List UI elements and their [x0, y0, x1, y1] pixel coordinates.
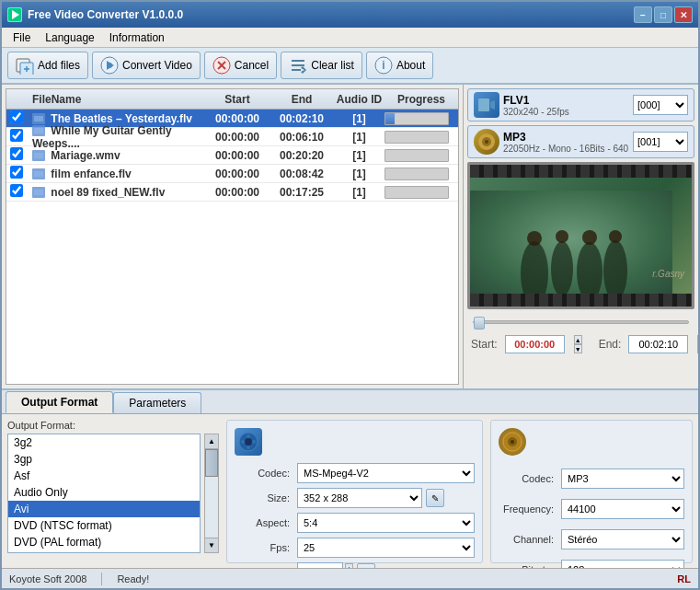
row-end-0: 00:02:10 — [270, 112, 334, 125]
scroll-down-button[interactable]: ▼ — [205, 538, 218, 552]
svg-marker-29 — [490, 100, 495, 110]
col-header-progress: Progress — [384, 93, 458, 106]
progress-bar-fill-0 — [385, 113, 395, 124]
title-bar: Free Video Converter V1.0.0.0 − □ ✕ — [2, 2, 698, 28]
output-format-panel: Output Format: 3g23gpAsfAudio OnlyAviDVD… — [7, 420, 219, 563]
row-audio-2: [1] — [334, 149, 384, 162]
audio-format-select[interactable]: [001] — [633, 132, 688, 152]
about-button[interactable]: i About — [366, 52, 433, 79]
row-progress-0 — [384, 112, 458, 125]
row-progress-2 — [384, 149, 458, 162]
svg-rect-33 — [470, 191, 672, 309]
audio-codec-select[interactable]: MP3AACOGGWMA — [561, 469, 684, 489]
window-title: Free Video Converter V1.0.0.0 — [28, 8, 183, 21]
clear-list-button[interactable]: Clear list — [281, 52, 362, 79]
audio-format-row: MP3 22050Hz - Mono - 16Bits - 640 [001] — [467, 125, 694, 158]
row-start-2: 00:00:00 — [205, 149, 270, 162]
cancel-label: Cancel — [235, 59, 269, 72]
start-time-input[interactable] — [505, 335, 565, 353]
table-row[interactable]: film enfance.flv 00:00:00 00:08:42 [1] — [6, 165, 458, 183]
svg-rect-12 — [292, 60, 304, 62]
size-select[interactable]: 352 x 288320 x 240640 x 480720 x 576 — [297, 488, 422, 508]
end-time-spinners: ▲ ▼ — [697, 335, 698, 353]
progress-bar-container-2 — [384, 149, 449, 162]
menu-file[interactable]: File — [6, 29, 38, 46]
maximize-button[interactable]: □ — [654, 6, 672, 23]
end-time-input[interactable] — [628, 335, 688, 353]
video-format-info: FLV1 320x240 - 25fps — [503, 94, 629, 117]
channel-select[interactable]: StéréoMono — [561, 529, 684, 550]
table-row[interactable]: noel 89 fixed_NEW.flv 00:00:00 00:17:25 … — [6, 183, 458, 202]
svg-point-39 — [556, 230, 568, 243]
row-checkbox-4[interactable] — [6, 184, 29, 200]
row-checkbox-0[interactable] — [6, 110, 29, 126]
minimize-button[interactable]: − — [634, 6, 652, 23]
scroll-up-button[interactable]: ▲ — [205, 434, 218, 449]
row-end-4: 00:17:25 — [270, 186, 334, 199]
start-time-up[interactable]: ▲ — [574, 335, 582, 344]
start-time-down[interactable]: ▼ — [574, 344, 582, 353]
list-item[interactable]: 3gp — [8, 451, 200, 468]
end-time-up[interactable]: ▲ — [697, 335, 698, 344]
end-time-down[interactable]: ▼ — [697, 344, 698, 353]
col-header-audio: Audio ID — [334, 93, 384, 106]
timeline-slider[interactable] — [471, 315, 691, 330]
svg-point-50 — [511, 440, 514, 444]
aspect-select[interactable]: 5:44:316:9 — [297, 513, 475, 533]
svg-point-43 — [245, 438, 252, 445]
svg-text:i: i — [382, 59, 384, 72]
list-item[interactable]: 3g2 — [8, 434, 200, 451]
convert-video-button[interactable]: Convert Video — [92, 52, 201, 79]
menu-information[interactable]: Information — [102, 29, 172, 46]
list-item[interactable]: Asf — [8, 468, 200, 484]
audio-format-name: MP3 — [503, 131, 629, 144]
row-filename-2: Mariage.wmv — [29, 149, 205, 162]
list-item[interactable]: Avi — [8, 501, 200, 517]
time-row: Start: ▲ ▼ End: ▲ ▼ — [467, 335, 694, 353]
audio-codec-panel: Codec: MP3AACOGGWMA Frequency: 441002205… — [490, 420, 693, 563]
list-item[interactable]: DVD (NTSC format) — [8, 517, 200, 534]
row-checkbox-3[interactable] — [6, 166, 29, 181]
row-start-3: 00:00:00 — [205, 168, 270, 180]
scroll-thumb[interactable] — [205, 449, 218, 477]
progress-bar-container-1 — [384, 131, 449, 144]
fps-label: Fps: — [235, 542, 290, 553]
add-files-button[interactable]: Add files — [7, 52, 88, 79]
list-item[interactable]: DVD (PAL format) — [8, 534, 200, 550]
tab-output-format[interactable]: Output Format — [6, 391, 113, 413]
row-checkbox-2[interactable] — [6, 147, 29, 163]
format-list[interactable]: 3g23gpAsfAudio OnlyAviDVD (NTSC format)D… — [7, 434, 201, 553]
row-end-1: 00:06:10 — [270, 131, 334, 144]
list-item[interactable]: Audio Only — [8, 484, 200, 501]
cancel-button[interactable]: Cancel — [204, 52, 277, 79]
convert-video-label: Convert Video — [122, 59, 192, 72]
timeline-area — [467, 313, 694, 331]
size-edit-button[interactable]: ✎ — [426, 489, 444, 507]
clear-list-label: Clear list — [311, 59, 354, 72]
video-format-name: FLV1 — [503, 94, 629, 107]
table-row[interactable]: Mariage.wmv 00:00:00 00:20:20 [1] — [6, 146, 458, 165]
tab-parameters[interactable]: Parameters — [113, 392, 201, 413]
channel-label: Channel: — [499, 534, 554, 545]
svg-point-40 — [582, 230, 597, 245]
audio-format-details: 22050Hz - Mono - 16Bits - 640 — [503, 144, 629, 154]
video-format-select[interactable]: [000] — [633, 95, 688, 115]
list-item[interactable]: Flv — [8, 550, 200, 553]
about-icon: i — [374, 56, 393, 75]
filmstrip-top — [470, 165, 692, 178]
size-field-row: Size: 352 x 288320 x 240640 x 480720 x 5… — [235, 488, 475, 508]
table-row[interactable]: While My Guitar Gently Weeps.... 00:00:0… — [6, 128, 458, 146]
menu-language[interactable]: Language — [38, 29, 101, 46]
row-checkbox-1[interactable] — [6, 129, 29, 145]
row-progress-4 — [384, 186, 458, 199]
status-bar: Koyote Soft 2008 Ready! RL — [2, 568, 698, 588]
right-panel: FLV1 320x240 - 25fps [000] MP3 22050Hz -… — [464, 85, 698, 388]
slider-thumb[interactable] — [474, 317, 485, 330]
svg-marker-21 — [34, 128, 43, 133]
fps-select[interactable]: 25243029.97 — [297, 538, 475, 558]
freq-select[interactable]: 44100220501102548000 — [561, 499, 684, 519]
svg-point-36 — [577, 242, 602, 301]
close-button[interactable]: ✕ — [674, 6, 693, 23]
tab-content: Output Format: 3g23gpAsfAudio OnlyAviDVD… — [2, 414, 698, 569]
codec-select[interactable]: MS-Mpeg4-V2XvidH264DivX — [297, 463, 475, 483]
